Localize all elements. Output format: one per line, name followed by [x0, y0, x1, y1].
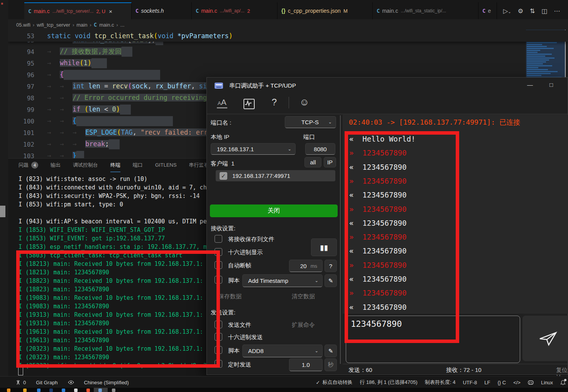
maximize-icon[interactable]: □ — [549, 81, 553, 88]
local-ip-select[interactable]: 192.168.137.1 ⌄ — [211, 143, 296, 155]
tab-clipped[interactable]: C e — [478, 2, 497, 19]
tab-desc: .../wifi_ap/... — [220, 8, 245, 14]
client-list-item[interactable]: ✓ 192.168.137.77:49971 — [216, 170, 335, 181]
source-control-icon[interactable]: ⇅ — [530, 7, 535, 15]
extended-command-button[interactable]: 扩展命令 — [292, 321, 315, 329]
breadcrumb-item[interactable]: main — [76, 22, 87, 28]
save-data-button[interactable]: 保存数据 — [218, 293, 242, 300]
checkbox-save-to-file[interactable] — [215, 235, 222, 243]
json-file-icon: {} — [281, 8, 286, 14]
taskbar-icon[interactable] — [74, 389, 78, 392]
tab-sockets-h[interactable]: C sockets.h — [132, 2, 192, 19]
background-red-dot — [1, 3, 3, 5]
waveform-chart-icon[interactable] — [243, 99, 255, 109]
eol[interactable]: LF — [484, 380, 490, 385]
taskbar-icon[interactable] — [7, 389, 10, 392]
chevron-down-icon: ⌄ — [315, 278, 318, 283]
taskbar-icon[interactable] — [62, 389, 65, 392]
interval-input[interactable]: 1.0 — [289, 358, 323, 371]
tab-main-c-tcp-server[interactable]: C main.c .../wifi_tcp_server/... 2, U × — [24, 2, 132, 19]
connection-status-line: 02:40:03 -> [192.168.137.77:49971]: 已连接 — [349, 118, 520, 127]
chevron-icon: › — [90, 22, 91, 28]
tab-debug-console[interactable]: 调试控制台 — [73, 159, 98, 172]
breadcrumb-item[interactable]: wifi_tcp_server — [37, 22, 70, 28]
os-indicator[interactable]: Linux — [541, 380, 553, 385]
taskbar-icon[interactable] — [37, 389, 41, 392]
breadcrumb-item[interactable]: 05.wifi — [16, 22, 30, 28]
tab-main-c-wifi-ap[interactable]: C main.c .../wifi_ap/... 2 — [192, 2, 277, 19]
taskbar-icon[interactable] — [112, 389, 115, 392]
smiley-icon[interactable]: ☺ — [299, 96, 309, 108]
git-graph-button[interactable]: Git Graph — [36, 380, 57, 385]
close-connection-button[interactable]: 关闭 — [210, 204, 338, 217]
check-icon: ✓ — [316, 380, 320, 385]
font-settings-icon[interactable]: AA — [217, 98, 227, 108]
tab-label: c_cpp_properties.json — [288, 8, 341, 14]
pause-button[interactable]: ▮▮ — [311, 238, 337, 256]
c-file-icon: C — [377, 8, 380, 14]
terminal-line: I (1853) WIFI_EVENT: got ip:192.168.137.… — [19, 234, 210, 243]
c-file-icon: C — [28, 8, 31, 14]
ip-button[interactable]: IP — [324, 157, 336, 167]
tab-c-cpp-properties[interactable]: {} c_cpp_properties.json M — [277, 2, 373, 19]
taskbar-active-app[interactable] — [94, 388, 108, 392]
breadcrumb-item[interactable]: main.c — [99, 22, 114, 28]
code-line: 94→// 接收数据,并发回 — [8, 46, 568, 57]
edit-script-icon[interactable]: ✎ — [325, 274, 337, 287]
checkbox-checked-icon[interactable]: ✓ — [220, 172, 227, 180]
notifications-bell-icon[interactable] — [560, 380, 566, 385]
send-script-label: 脚本 — [228, 347, 240, 355]
remote-indicator[interactable]: 0 — [15, 380, 26, 385]
taskbar-icon[interactable] — [86, 389, 90, 392]
listen-port-input[interactable]: 8080 — [305, 143, 335, 155]
close-icon[interactable]: × — [109, 8, 112, 15]
chevron-icon: › — [33, 22, 34, 28]
tab-gitlens[interactable]: GITLENS — [155, 159, 177, 172]
recv-script-select[interactable]: Add Timestamp ⌄ — [242, 274, 323, 287]
client-address: 192.168.137.77:49971 — [232, 172, 290, 179]
cursor-position[interactable]: 行 186, 列 1 (已选择4705) — [360, 379, 418, 386]
tab-modified-badge: M — [343, 8, 348, 14]
tab-output[interactable]: 输出 — [51, 159, 61, 172]
os-taskbar[interactable] — [0, 388, 568, 392]
taskbar-icon[interactable] — [23, 389, 27, 392]
edit-script-icon[interactable]: ✎ — [325, 345, 337, 357]
tab-ports[interactable]: 端口 — [133, 159, 143, 172]
tab-main-c-sta-static-ip[interactable]: C main.c .../wifi_sta_static_ip/... — [373, 2, 478, 19]
more-actions-icon[interactable]: ⋯ — [554, 7, 560, 15]
port-type-value: TCP-S — [301, 119, 319, 125]
split-editor-icon[interactable]: ◫ — [541, 7, 547, 15]
tab-size[interactable]: 制表符长度: 4 — [425, 379, 455, 386]
run-icon[interactable]: ▷⌄ — [503, 7, 511, 15]
c-file-icon: C — [94, 22, 97, 28]
tab-terminal[interactable]: 终端 — [110, 159, 120, 172]
listen-port-label: 端口 — [303, 133, 315, 141]
settings-gear-icon[interactable]: ⚙ — [518, 7, 523, 15]
terminal-line: I (823) wifi:state: assoc -> run (10) — [19, 175, 210, 183]
copilot-robot-icon[interactable] — [528, 380, 534, 385]
gitlens-eye-icon[interactable] — [68, 380, 74, 385]
listen-port-value: 8080 — [314, 146, 326, 152]
sticky-code-text: static void tcp_client_task(void *pvPara… — [47, 32, 233, 40]
language-indicator[interactable]: Chinese (Simplified) — [84, 380, 129, 385]
auto-frame-label: 自动断帧 — [228, 262, 251, 269]
port-type-select[interactable]: TCP-S ⌄ — [285, 116, 336, 128]
serial-window-titlebar[interactable]: 串口调试助手 + TCP/UDP — [207, 78, 568, 94]
punctuation-converter[interactable]: ✓标点自动转换 — [316, 379, 352, 386]
all-clients-button[interactable]: all — [304, 157, 321, 167]
taskbar-icon[interactable] — [49, 389, 53, 392]
frame-ms-input[interactable]: 20 ms — [289, 260, 323, 272]
send-button[interactable] — [522, 316, 568, 361]
terminal-line: I (1853) WIFI_EVENT: WIFI_EVENT_STA_GOT_… — [19, 226, 210, 234]
terminal-line: I (853) wifi:pm start, type: 0 — [19, 200, 210, 209]
send-script-select[interactable]: ADD8 ⌄ — [242, 345, 323, 357]
clear-data-button[interactable]: 清空数据 — [292, 293, 315, 300]
breadcrumb-item[interactable]: ... — [120, 22, 125, 28]
encoding[interactable]: UTF-8 — [463, 380, 477, 385]
tab-problems[interactable]: 问题 4 — [19, 159, 38, 172]
minimize-icon[interactable]: — — [527, 81, 533, 88]
language-mode[interactable]: {} C — [497, 380, 506, 385]
help-icon[interactable]: ? — [272, 97, 277, 108]
frame-help-button[interactable]: ? — [325, 260, 337, 272]
code-runner-icon[interactable]: </> — [513, 380, 521, 385]
